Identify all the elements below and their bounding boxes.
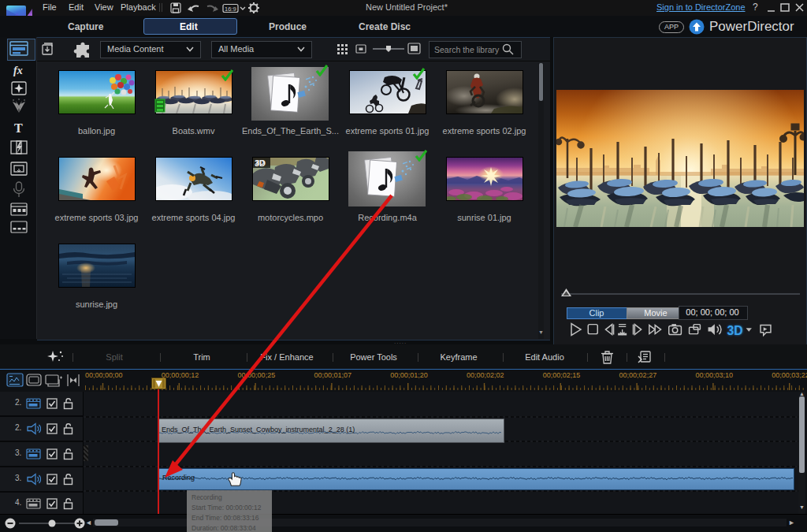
svg-text:16:9: 16:9 <box>225 6 236 13</box>
svg-text:T: T <box>14 121 23 135</box>
svg-text:fx: fx <box>13 65 23 76</box>
svg-text:3D: 3D <box>727 324 743 337</box>
